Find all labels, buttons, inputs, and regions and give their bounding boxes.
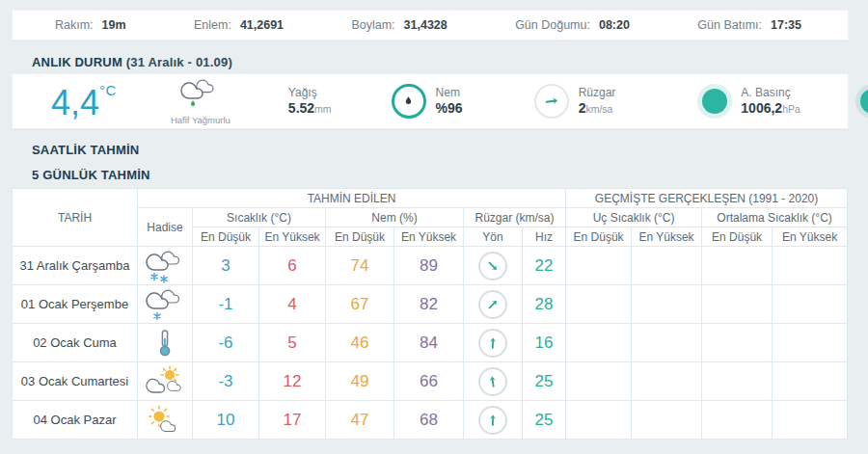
avg-min-cell bbox=[702, 247, 773, 285]
date-cell: 01 Ocak Perşembe bbox=[13, 285, 138, 324]
current-conditions-card: 4,4°C Hafif Yağmurlu Yağış 5.52mm bbox=[12, 73, 849, 129]
ext-max-cell bbox=[632, 324, 702, 362]
sea-pressure-dot-icon bbox=[860, 89, 868, 114]
ext-max-cell bbox=[632, 247, 702, 285]
pressure-label: A. Basınç bbox=[741, 86, 800, 100]
date-column-header: TARİH bbox=[13, 189, 138, 247]
sunset-item: Gün Batımı: 17:35 bbox=[697, 18, 801, 32]
wind-direction-arrow-icon bbox=[478, 367, 507, 396]
precipitation-value: 5.52mm bbox=[288, 100, 332, 118]
snow-icon bbox=[138, 285, 193, 324]
temp-max-cell: 4 bbox=[259, 285, 326, 324]
extreme-temp-group-header: Uç Sıcaklık (°C) bbox=[566, 208, 702, 227]
latitude-value: 41,2691 bbox=[240, 18, 284, 32]
latitude-item: Enlem: 41,2691 bbox=[194, 18, 284, 32]
avg-max-cell bbox=[773, 285, 848, 324]
sunrise-value: 08:20 bbox=[599, 18, 630, 32]
wind-unit: km/sa bbox=[585, 103, 612, 115]
wind-direction-cell bbox=[464, 362, 523, 401]
avg-min-header: En Düşük bbox=[702, 227, 773, 247]
temp-min-header: En Düşük bbox=[193, 227, 259, 247]
avg-min-cell bbox=[702, 324, 773, 362]
hum-max-header: En Yüksek bbox=[394, 227, 464, 247]
longitude-value: 31,4328 bbox=[404, 18, 448, 32]
wind-speed-header: Hız bbox=[523, 227, 566, 247]
forecast-row: 31 Aralık Çarşamba 3 6 7 bbox=[13, 247, 848, 285]
temp-min-cell: -6 bbox=[193, 324, 259, 362]
ext-min-header: En Düşük bbox=[566, 227, 632, 247]
header-group-row: TARİH TAHMİN EDİLEN GEÇMİŞTE GERÇEKLEŞEN… bbox=[13, 189, 848, 208]
partly-cloudy-icon bbox=[138, 362, 193, 401]
temp-min-cell: 3 bbox=[193, 247, 259, 285]
date-cell: 03 Ocak Cumartesi bbox=[13, 362, 138, 401]
date-cell: 31 Aralık Çarşamba bbox=[13, 247, 138, 285]
latitude-label: Enlem: bbox=[194, 18, 231, 32]
temperature-group-header: Sıcaklık (°C) bbox=[193, 208, 326, 227]
avg-min-cell bbox=[702, 285, 773, 324]
weather-page: Rakım: 19m Enlem: 41,2691 Boylam: 31,432… bbox=[0, 10, 868, 440]
hum-min-cell: 46 bbox=[326, 324, 394, 362]
altitude-item: Rakım: 19m bbox=[55, 18, 126, 32]
wind-speed-cell: 25 bbox=[523, 362, 566, 401]
date-cell: 02 Ocak Cuma bbox=[13, 324, 138, 362]
wind-direction-arrow-icon bbox=[478, 406, 507, 435]
ext-max-cell bbox=[632, 285, 702, 324]
ext-max-cell bbox=[632, 401, 702, 440]
date-cell: 04 Ocak Pazar bbox=[13, 401, 138, 440]
precipitation-text: Yağış 5.52mm bbox=[288, 86, 332, 118]
sunrise-item: Gün Doğumu: 08:20 bbox=[515, 18, 630, 32]
sunrise-label: Gün Doğumu: bbox=[515, 18, 590, 32]
current-temperature-value: 4,4 bbox=[51, 83, 99, 122]
forecast-row: 03 Ocak Cumartesi bbox=[13, 362, 848, 401]
longitude-item: Boylam: 31,4328 bbox=[351, 18, 447, 32]
ext-min-cell bbox=[566, 324, 632, 362]
five-day-forecast-table: TARİH TAHMİN EDİLEN GEÇMİŞTE GERÇEKLEŞEN… bbox=[12, 188, 848, 440]
wind-speed-cell: 28 bbox=[523, 285, 566, 324]
temp-min-cell: 10 bbox=[193, 401, 259, 440]
current-temperature: 4,4°C bbox=[51, 83, 117, 120]
ext-min-cell bbox=[566, 362, 632, 401]
wind-direction-cell bbox=[464, 247, 523, 285]
altitude-label: Rakım: bbox=[55, 18, 94, 32]
wind-text: Rüzgar 2km/sa bbox=[579, 86, 616, 118]
hum-max-cell: 68 bbox=[394, 401, 464, 440]
hum-max-cell: 82 bbox=[394, 285, 464, 324]
current-section-title: ANLIK DURUM (31 Aralık - 01.09) bbox=[12, 54, 849, 71]
current-temperature-unit: °C bbox=[99, 82, 117, 98]
temp-min-cell: -3 bbox=[193, 362, 259, 401]
historical-group-header: GEÇMİŞTE GERÇEKLEŞEN (1991 - 2020) bbox=[566, 189, 848, 208]
wind-group-header: Rüzgar (km/sa) bbox=[464, 208, 566, 227]
pressure-metric: A. Basınç 1006,2hPa bbox=[698, 86, 800, 118]
pressure-amount: 1006,2 bbox=[741, 100, 782, 116]
forecast-row: 01 Ocak Perşembe -1 4 67 82 bbox=[13, 285, 848, 324]
pressure-value: 1006,2hPa bbox=[741, 100, 800, 118]
altitude-value: 19m bbox=[102, 18, 126, 32]
avg-max-cell bbox=[773, 401, 848, 440]
hum-min-cell: 47 bbox=[326, 401, 394, 440]
ext-min-cell bbox=[566, 401, 632, 440]
ext-min-cell bbox=[566, 247, 632, 285]
temp-min-cell: -1 bbox=[193, 285, 259, 324]
precipitation-metric: Yağış 5.52mm bbox=[288, 86, 332, 118]
cold-thermometer-icon bbox=[138, 324, 193, 362]
light-rain-cloud-icon bbox=[180, 77, 221, 114]
ext-min-cell bbox=[566, 285, 632, 324]
hum-max-cell: 84 bbox=[394, 324, 464, 362]
avg-max-cell bbox=[773, 324, 848, 362]
five-day-section-title: 5 GÜNLÜK TAHMİN bbox=[12, 167, 849, 184]
avg-max-header: En Yüksek bbox=[773, 227, 848, 247]
wind-direction-cell bbox=[464, 401, 523, 440]
temp-max-cell: 5 bbox=[259, 324, 326, 362]
hum-min-cell: 67 bbox=[326, 285, 394, 324]
wind-label: Rüzgar bbox=[579, 86, 616, 100]
precipitation-amount: 5.52 bbox=[288, 100, 314, 116]
avg-min-cell bbox=[702, 401, 773, 440]
pressure-unit: hPa bbox=[782, 103, 800, 115]
mostly-sunny-icon bbox=[138, 401, 193, 440]
pressure-text: A. Basınç 1006,2hPa bbox=[741, 86, 800, 118]
forecast-row: 04 Ocak Pazar bbox=[13, 401, 848, 440]
precipitation-label: Yağış bbox=[288, 86, 332, 100]
wind-direction-arrow-icon bbox=[478, 290, 507, 319]
wind-speed-cell: 22 bbox=[523, 247, 566, 285]
sea-pressure-metric: D.İ.Basınç 1008,4hPa bbox=[856, 86, 868, 118]
